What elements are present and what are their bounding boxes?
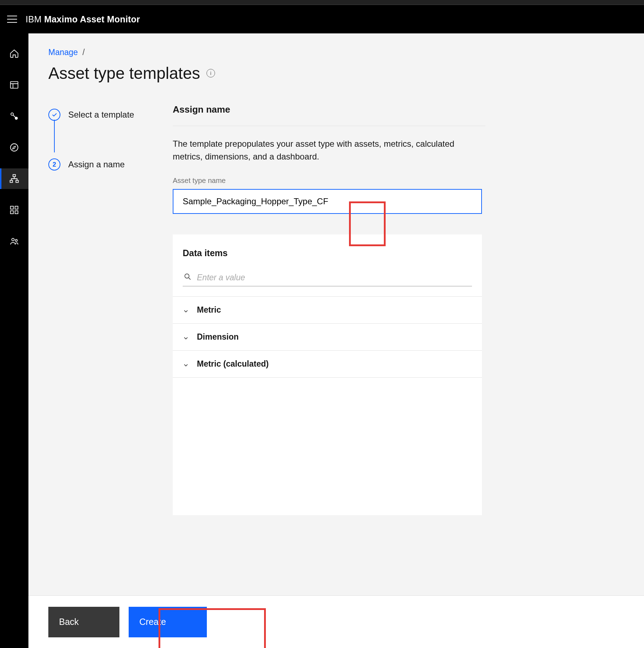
wizard-footer: Back Create (28, 595, 644, 648)
search-icon (183, 272, 192, 282)
step-number-icon: 2 (48, 158, 60, 171)
step-label: Assign a name (68, 160, 125, 169)
breadcrumb-sep: / (82, 48, 85, 57)
progress-stepper: Select a template 2 Assign a name (48, 104, 166, 515)
accordion: Metric Dimension Metric (calculated) (173, 296, 482, 378)
chevron-down-icon (183, 361, 189, 367)
asset-type-name-input[interactable] (173, 189, 482, 214)
svg-rect-4 (13, 174, 16, 177)
svg-rect-0 (11, 82, 18, 88)
data-items-search-input[interactable] (197, 273, 471, 282)
sidebar-item-apps[interactable] (0, 200, 28, 220)
sidebar-item-dashboard[interactable] (0, 75, 28, 95)
chevron-down-icon (183, 307, 189, 313)
search-row (183, 269, 472, 286)
main-area: Manage / Asset type templates i Select a… (28, 33, 644, 648)
field-label: Asset type name (173, 177, 485, 185)
sidebar-item-users[interactable] (0, 231, 28, 252)
accordion-label: Metric (197, 305, 221, 315)
sidebar-item-asset-types[interactable] (0, 168, 28, 189)
data-items-card: Data items Metric (173, 234, 482, 515)
svg-rect-10 (15, 211, 18, 214)
accordion-item-metric-calculated[interactable]: Metric (calculated) (173, 350, 482, 378)
breadcrumb: Manage / (48, 48, 624, 57)
back-button[interactable]: Back (48, 607, 119, 637)
svg-rect-7 (11, 206, 14, 209)
section-title: Assign name (173, 104, 485, 115)
svg-point-13 (185, 274, 189, 278)
window-chrome-stub (0, 0, 644, 5)
card-title: Data items (173, 234, 482, 269)
chevron-down-icon (183, 334, 189, 340)
create-button[interactable]: Create (129, 607, 207, 637)
checkmark-icon (48, 109, 60, 121)
svg-rect-5 (10, 180, 12, 183)
top-bar: IBM Maximo Asset Monitor (0, 5, 644, 33)
accordion-label: Metric (calculated) (197, 359, 269, 369)
step-connector (54, 120, 55, 152)
sidebar-item-connect[interactable] (0, 106, 28, 126)
left-sidebar (0, 33, 28, 648)
breadcrumb-parent[interactable]: Manage (48, 48, 78, 57)
helper-text: The template prepopulates your asset typ… (173, 137, 478, 163)
svg-point-11 (12, 238, 14, 241)
info-icon[interactable]: i (206, 69, 215, 77)
svg-point-12 (15, 239, 17, 242)
accordion-item-metric[interactable]: Metric (173, 296, 482, 323)
brand-prefix: IBM (26, 14, 44, 24)
sidebar-item-home[interactable] (0, 43, 28, 64)
accordion-item-dimension[interactable]: Dimension (173, 323, 482, 350)
step-label: Select a template (68, 110, 134, 120)
svg-rect-6 (16, 180, 18, 183)
menu-icon[interactable] (7, 16, 17, 23)
app-brand: IBM Maximo Asset Monitor (26, 14, 140, 25)
svg-point-3 (11, 144, 18, 151)
form-panel: Assign name The template prepopulates yo… (173, 104, 485, 515)
step-select-template[interactable]: Select a template (48, 106, 166, 123)
divider (173, 126, 485, 126)
sidebar-item-explore[interactable] (0, 137, 28, 158)
svg-rect-9 (11, 211, 14, 214)
brand-main: Maximo Asset Monitor (44, 14, 140, 24)
accordion-label: Dimension (197, 332, 239, 342)
page-title: Asset type templates i (48, 64, 624, 83)
svg-rect-8 (15, 206, 18, 209)
page-title-text: Asset type templates (48, 64, 200, 83)
step-assign-name[interactable]: 2 Assign a name (48, 156, 166, 173)
